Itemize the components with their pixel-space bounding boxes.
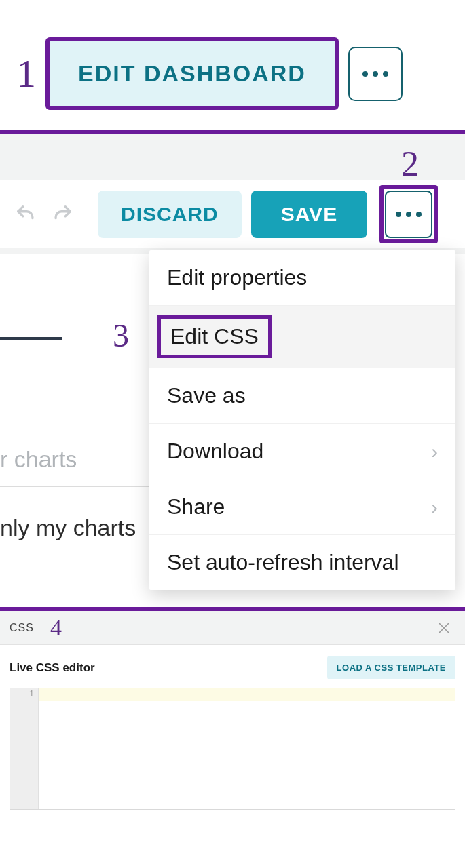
options-dropdown: Edit properties Edit CSS Save as Downloa… <box>149 250 455 590</box>
step-2-number: 2 <box>401 144 419 184</box>
code-textarea[interactable] <box>39 688 455 809</box>
save-button[interactable]: SAVE <box>251 191 367 238</box>
tab-underline <box>0 337 62 340</box>
menu-auto-refresh[interactable]: Set auto-refresh interval <box>149 535 455 590</box>
bg-line <box>0 486 149 487</box>
menu-edit-properties[interactable]: Edit properties <box>149 250 455 306</box>
css-header-label: CSS <box>10 622 34 634</box>
menu-edit-css[interactable]: Edit CSS <box>149 306 455 368</box>
only-my-charts-text: nly my charts <box>0 515 136 541</box>
close-icon <box>438 622 450 634</box>
bg-line <box>0 431 149 431</box>
active-line-highlight <box>39 688 455 701</box>
menu-item-label: Save as <box>167 383 246 408</box>
edit-more-options-button[interactable] <box>385 191 432 238</box>
redo-button[interactable] <box>49 201 76 228</box>
chevron-right-icon: › <box>431 440 438 463</box>
bg-line <box>0 557 149 557</box>
menu-item-label: Edit properties <box>167 265 307 290</box>
menu-save-as[interactable]: Save as <box>149 368 455 424</box>
step-3-highlight: Edit CSS <box>157 315 272 358</box>
ellipsis-icon <box>362 71 388 77</box>
live-css-editor-label: Live CSS editor <box>10 661 95 675</box>
redo-icon <box>51 203 74 226</box>
edit-toolbar: DISCARD SAVE <box>0 180 465 248</box>
menu-download[interactable]: Download › <box>149 424 455 479</box>
undo-icon <box>14 203 37 226</box>
step-1-number: 1 <box>16 54 36 94</box>
edit-dashboard-button[interactable]: EDIT DASHBOARD <box>45 37 339 110</box>
menu-item-label: Set auto-refresh interval <box>167 550 399 575</box>
menu-item-label: Share <box>167 494 225 519</box>
undo-button[interactable] <box>12 201 39 228</box>
menu-area: r charts nly my charts 3 Edit properties… <box>0 254 465 607</box>
css-code-editor[interactable]: 1 <box>10 688 455 810</box>
css-panel-header: CSS 4 <box>0 611 465 645</box>
filter-charts-text: r charts <box>0 446 77 473</box>
line-number: 1 <box>10 690 34 699</box>
step-4-number: 4 <box>50 615 62 641</box>
close-button[interactable] <box>432 619 455 637</box>
ellipsis-icon <box>396 212 422 217</box>
more-options-button[interactable] <box>348 47 403 101</box>
discard-button[interactable]: DISCARD <box>98 191 242 238</box>
code-gutter: 1 <box>10 688 39 809</box>
chevron-right-icon: › <box>431 496 438 519</box>
menu-item-label: Edit CSS <box>170 324 259 349</box>
css-editor-panel: CSS 4 Live CSS editor LOAD A CSS TEMPLAT… <box>0 611 465 810</box>
menu-share[interactable]: Share › <box>149 479 455 535</box>
load-css-template-button[interactable]: LOAD A CSS TEMPLATE <box>327 656 455 679</box>
step-3-number: 3 <box>113 317 129 354</box>
step-2-highlight <box>379 185 438 243</box>
menu-item-label: Download <box>167 439 263 464</box>
